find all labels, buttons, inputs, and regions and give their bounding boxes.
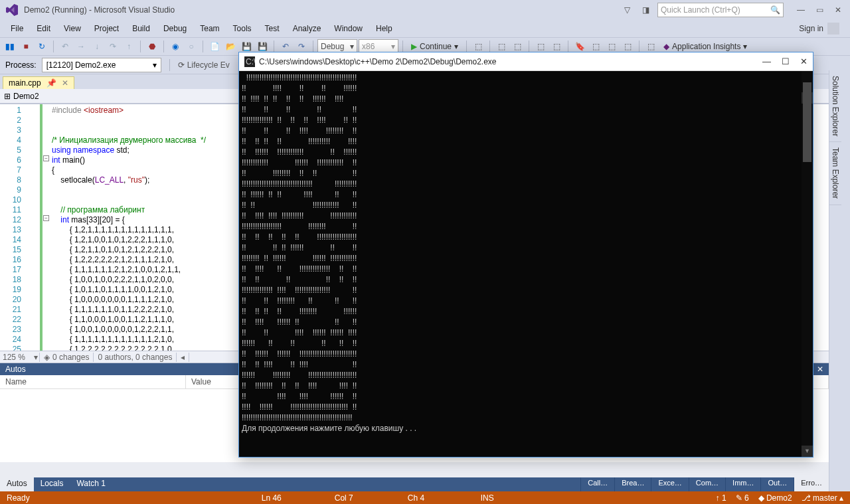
autos-col-name[interactable]: Name xyxy=(0,375,186,388)
status-col: Col 7 xyxy=(335,493,381,503)
menu-edit[interactable]: Edit xyxy=(30,22,57,35)
lifecycle-events[interactable]: ⟳Lifecycle Ev xyxy=(178,60,230,70)
process-label: Process: xyxy=(5,60,37,70)
console-window: C:\ C:\Users\windows\Desktop\c++\Demo 2\… xyxy=(238,52,813,458)
editor-tab[interactable]: main.cpp 📌 ✕ xyxy=(3,76,74,89)
status-line: Ln 46 xyxy=(262,493,308,503)
nav-forward-icon[interactable]: ○ xyxy=(184,39,199,54)
sign-in-label: Sign in xyxy=(799,24,823,33)
tab-close-icon[interactable]: ✕ xyxy=(62,78,68,88)
tab-breakpoints[interactable]: Brea… xyxy=(614,477,651,491)
menu-help[interactable]: Help xyxy=(369,22,399,35)
stop-button[interactable]: ■ xyxy=(19,39,33,54)
menu-file[interactable]: File xyxy=(4,22,30,35)
console-close-button[interactable]: ✕ xyxy=(800,56,808,66)
tab-output[interactable]: Out… xyxy=(760,477,794,491)
project-icon: ⊞ xyxy=(4,92,11,101)
console-maximize-button[interactable]: ☐ xyxy=(782,56,790,66)
tab-watch1[interactable]: Watch 1 xyxy=(70,477,112,491)
status-ready: Ready xyxy=(7,493,73,503)
pending-changes-icon[interactable]: ✎ 6 xyxy=(736,493,749,503)
menu-window[interactable]: Window xyxy=(327,22,369,35)
tab-exceptions[interactable]: Exce… xyxy=(651,477,688,491)
zoom-select[interactable]: 125 %▾ xyxy=(0,353,40,362)
solution-explorer-tab[interactable]: Solution Explorer xyxy=(829,70,841,142)
tab-immediate[interactable]: Imm… xyxy=(725,477,760,491)
fold-toggle[interactable]: − xyxy=(43,215,49,221)
scope-project[interactable]: Demo2 xyxy=(13,92,39,101)
feedback-icon[interactable]: ◨ xyxy=(639,3,652,17)
tab-errorlist[interactable]: Erro… xyxy=(794,477,829,491)
console-icon: C:\ xyxy=(244,56,255,67)
line-numbers: 1234567891011121314151617181920212223242… xyxy=(0,104,25,363)
quick-launch-input[interactable]: Quick Launch (Ctrl+Q) 🔍 xyxy=(657,3,784,17)
breakpoint-icon[interactable]: ⬣ xyxy=(145,39,159,54)
console-minimize-button[interactable]: — xyxy=(762,56,771,66)
step-out-icon[interactable]: ↑ xyxy=(122,39,136,54)
open-file-icon[interactable]: 📂 xyxy=(223,39,238,54)
menu-debug[interactable]: Debug xyxy=(157,22,193,35)
tab-command[interactable]: Com… xyxy=(689,477,725,491)
main-menu: File Edit View Project Build Debug Team … xyxy=(4,22,399,35)
close-button[interactable]: ✕ xyxy=(831,3,845,17)
new-file-icon[interactable]: 📄 xyxy=(207,39,222,54)
menu-tools[interactable]: Tools xyxy=(226,22,258,35)
tab-autos[interactable]: Autos xyxy=(0,477,34,491)
changes-indicator[interactable]: ◈0 changes xyxy=(40,353,94,362)
quick-launch-placeholder: Quick Launch (Ctrl+Q) xyxy=(661,5,740,15)
tab-locals[interactable]: Locals xyxy=(34,477,70,491)
autos-close-icon[interactable]: ✕ xyxy=(817,365,823,374)
menu-analyze[interactable]: Analyze xyxy=(286,22,328,35)
tab-callstack[interactable]: Call… xyxy=(580,477,614,491)
scroll-down-icon[interactable]: ▼ xyxy=(802,446,813,457)
pause-button[interactable]: ▮▮ xyxy=(3,39,17,54)
branch-name[interactable]: ⎇ master ▴ xyxy=(802,493,843,503)
step-over-icon[interactable]: ↷ xyxy=(106,39,120,54)
maximize-button[interactable]: ▭ xyxy=(813,3,826,17)
search-icon: 🔍 xyxy=(770,5,780,15)
nav-back-icon[interactable]: ↶ xyxy=(58,39,72,54)
repo-name[interactable]: ◆ Demo2 xyxy=(758,493,792,503)
show-next-icon[interactable]: → xyxy=(74,39,88,54)
console-output[interactable]: !!!!!!!!!!!!!!!!!!!!!!!!!!!!!!!!!!!!!!!!… xyxy=(239,71,813,457)
menu-team[interactable]: Team xyxy=(193,22,226,35)
status-ch: Ch 4 xyxy=(408,493,454,503)
minimize-button[interactable]: — xyxy=(794,3,808,17)
menu-view[interactable]: View xyxy=(57,22,88,35)
menu-build[interactable]: Build xyxy=(126,22,157,35)
menu-test[interactable]: Test xyxy=(258,22,286,35)
fold-toggle[interactable]: − xyxy=(43,155,49,161)
menu-project[interactable]: Project xyxy=(88,22,126,35)
process-select[interactable]: [12120] Demo2.exe▾ xyxy=(42,58,161,72)
scroll-thumb[interactable] xyxy=(803,82,811,162)
step-into-icon[interactable]: ↓ xyxy=(90,39,104,54)
fold-column: − − xyxy=(42,104,52,363)
restart-button[interactable]: ↻ xyxy=(35,39,49,54)
tab-filename: main.cpp xyxy=(9,78,41,88)
publish-icon[interactable]: ↑ 1 xyxy=(716,493,726,503)
svg-text:C:\: C:\ xyxy=(246,57,255,66)
nav-backward-icon[interactable]: ◉ xyxy=(168,39,183,54)
authors-indicator[interactable]: 0 authors, 0 changes xyxy=(94,353,177,362)
pin-icon[interactable]: 📌 xyxy=(46,78,56,88)
window-title: Demo2 (Running) - Microsoft Visual Studi… xyxy=(24,5,620,15)
console-scrollbar[interactable]: ▲ ▼ xyxy=(802,71,813,457)
team-explorer-tab[interactable]: Team Explorer xyxy=(829,142,841,205)
nav-arrow-icon[interactable]: ◂ xyxy=(177,353,189,362)
user-icon xyxy=(827,23,839,35)
vs-logo-icon xyxy=(5,3,19,17)
console-title-text: C:\Users\windows\Desktop\c++\Demo 2\Demo… xyxy=(259,57,762,66)
status-ins: INS xyxy=(481,493,527,503)
autos-title: Autos xyxy=(5,365,26,374)
notifications-icon[interactable]: ▽ xyxy=(620,3,634,17)
sign-in-button[interactable]: Sign in xyxy=(792,21,846,37)
